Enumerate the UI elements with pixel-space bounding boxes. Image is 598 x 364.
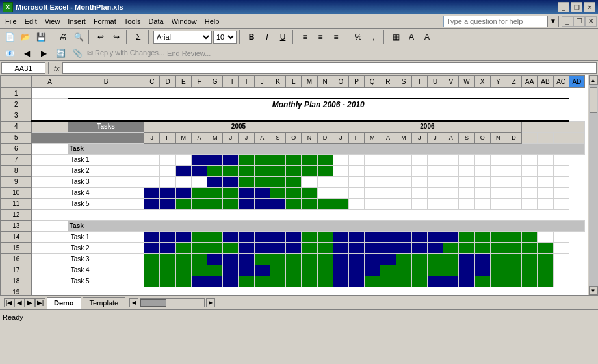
col-header-K[interactable]: K	[270, 76, 285, 88]
email-refresh[interactable]: 🔄	[53, 46, 68, 60]
new-button[interactable]: 📄	[3, 30, 17, 44]
align-center-button[interactable]: ≡	[313, 30, 328, 44]
align-left-button[interactable]: ≡	[298, 30, 312, 44]
col-header-P[interactable]: P	[348, 76, 364, 88]
col-header-N[interactable]: N	[317, 76, 333, 88]
sum-button[interactable]: Σ	[131, 30, 146, 44]
email-next[interactable]: ▶	[36, 46, 51, 60]
undo-button[interactable]: ↩	[94, 30, 108, 44]
row-15[interactable]: 15 Task 2	[1, 242, 585, 254]
row-16[interactable]: 16 Task 3	[1, 254, 585, 265]
name-box[interactable]	[1, 62, 46, 74]
col-header-AC[interactable]: AC	[553, 76, 569, 88]
help-restore[interactable]: ❐	[573, 16, 585, 27]
col-header-A[interactable]: A	[32, 76, 68, 88]
row-18[interactable]: 18 Task 5	[1, 276, 585, 287]
border-button[interactable]: ▦	[389, 30, 403, 44]
spreadsheet-area: A B C D E F G H I J K L M N O P Q	[0, 75, 598, 295]
restore-button[interactable]: ❐	[571, 2, 582, 12]
menu-insert[interactable]: Insert	[64, 16, 90, 27]
underline-button[interactable]: U	[276, 30, 290, 44]
percent-button[interactable]: %	[351, 30, 365, 44]
help-search-button[interactable]: ▼	[547, 16, 559, 27]
col-header-J[interactable]: J	[254, 76, 270, 88]
preview-button[interactable]: 🔍	[72, 30, 86, 44]
col-header-Z[interactable]: Z	[506, 76, 521, 88]
scroll-left-btn[interactable]: ◀	[129, 298, 138, 307]
email-attach[interactable]: 📎	[70, 46, 84, 60]
col-header-G[interactable]: G	[207, 76, 223, 88]
col-header-I[interactable]: I	[239, 76, 254, 88]
scroll-right-btn[interactable]: ▶	[206, 298, 215, 307]
col-header-V[interactable]: V	[443, 76, 459, 88]
sheet-tab-template[interactable]: Template	[83, 297, 126, 309]
help-minimize[interactable]: _	[562, 16, 573, 27]
col-header-Q[interactable]: Q	[365, 76, 380, 88]
col-header-X[interactable]: X	[474, 76, 490, 88]
col-header-W[interactable]: W	[459, 76, 474, 88]
open-button[interactable]: 📂	[18, 30, 32, 44]
row-8[interactable]: 8 Task 2	[1, 165, 585, 176]
menu-edit[interactable]: Edit	[21, 16, 41, 27]
scroll-track[interactable]	[140, 298, 205, 307]
col-header-F[interactable]: F	[191, 76, 207, 88]
row-10[interactable]: 10 Task 4	[1, 187, 585, 198]
row-9[interactable]: 9 Task 3	[1, 176, 585, 187]
corner-cell[interactable]	[1, 76, 32, 88]
col-header-AB[interactable]: AB	[538, 76, 553, 88]
col-header-H[interactable]: H	[223, 76, 239, 88]
email-prev[interactable]: ◀	[20, 46, 34, 60]
menu-data[interactable]: Data	[144, 16, 167, 27]
col-header-E[interactable]: E	[176, 76, 191, 88]
menu-bar: File Edit View Insert Format Tools Data …	[0, 14, 598, 29]
col-header-B[interactable]: B	[68, 76, 144, 88]
sheet-tab-demo[interactable]: Demo	[47, 297, 81, 309]
col-header-R[interactable]: R	[380, 76, 396, 88]
menu-window[interactable]: Window	[168, 16, 201, 27]
align-right-button[interactable]: ≡	[329, 30, 343, 44]
tab-next[interactable]: ▶	[25, 298, 35, 307]
row-7[interactable]: 7 Task 1	[1, 154, 585, 165]
col-header-S[interactable]: S	[396, 76, 411, 88]
menu-tools[interactable]: Tools	[120, 16, 145, 27]
scroll-thumb[interactable]	[140, 299, 166, 307]
vertical-scrollbar[interactable]: ▲ ▼	[588, 75, 598, 295]
col-header-U[interactable]: U	[427, 76, 443, 88]
font-size-select[interactable]: 10	[213, 31, 237, 44]
col-header-M[interactable]: M	[302, 76, 317, 88]
tab-last[interactable]: ▶|	[35, 298, 46, 307]
fill-color-button[interactable]: A	[404, 30, 419, 44]
col-header-T[interactable]: T	[411, 76, 427, 88]
col-header-O[interactable]: O	[333, 76, 348, 88]
print-button[interactable]: 🖨	[56, 30, 70, 44]
redo-button[interactable]: ↪	[109, 30, 124, 44]
minimize-button[interactable]: _	[558, 2, 569, 12]
col-header-D[interactable]: D	[160, 76, 176, 88]
close-button[interactable]: ✕	[584, 2, 595, 12]
menu-file[interactable]: File	[1, 16, 21, 27]
menu-help[interactable]: Help	[201, 16, 224, 27]
col-header-Y[interactable]: Y	[490, 76, 506, 88]
font-name-select[interactable]: Arial	[153, 31, 212, 44]
tab-first[interactable]: |◀	[4, 298, 14, 307]
formula-input[interactable]	[62, 62, 597, 74]
col-header-AA[interactable]: AA	[522, 76, 538, 88]
menu-format[interactable]: Format	[90, 16, 120, 27]
row-17[interactable]: 17 Task 4	[1, 265, 585, 276]
menu-view[interactable]: View	[41, 16, 64, 27]
help-close[interactable]: ✕	[585, 16, 597, 27]
font-color-button[interactable]: A	[420, 30, 434, 44]
bold-button[interactable]: B	[244, 30, 259, 44]
help-search-input[interactable]	[443, 16, 547, 27]
col-header-AD[interactable]: AD	[569, 76, 584, 88]
row-11[interactable]: 11 Task 5	[1, 198, 585, 209]
row-14[interactable]: 14 Task 1	[1, 231, 585, 242]
col-header-L[interactable]: L	[286, 76, 302, 88]
tab-prev[interactable]: ◀	[14, 298, 25, 307]
italic-button[interactable]: I	[260, 30, 274, 44]
col-header-C[interactable]: C	[144, 76, 160, 88]
email-icon[interactable]: 📧	[3, 46, 17, 60]
row-19: 19	[1, 287, 585, 295]
comma-button[interactable]: ,	[367, 30, 381, 44]
save-button[interactable]: 💾	[34, 30, 48, 44]
